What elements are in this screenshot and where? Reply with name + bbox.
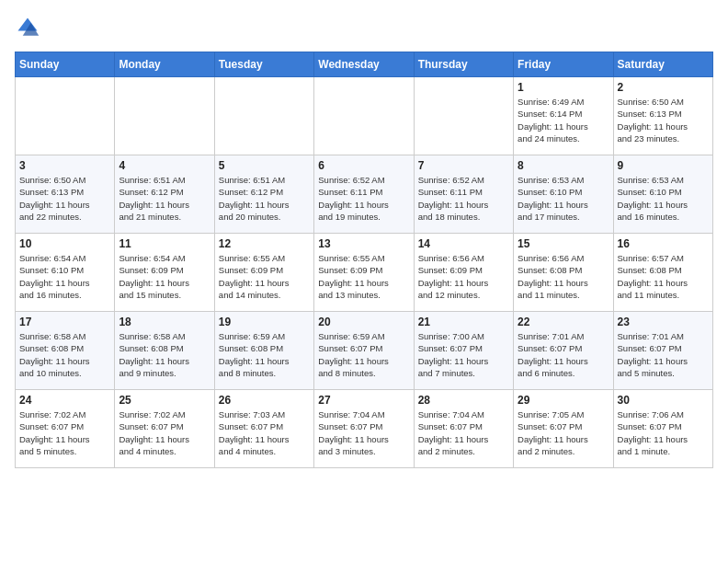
- day-info: Sunrise: 6:54 AM Sunset: 6:09 PM Dayligh…: [119, 252, 210, 301]
- day-number: 9: [618, 159, 709, 172]
- day-number: 15: [518, 237, 609, 250]
- day-number: 22: [518, 316, 609, 328]
- calendar-cell: 6Sunrise: 6:52 AM Sunset: 6:11 PM Daylig…: [314, 155, 414, 234]
- calendar-cell: 8Sunrise: 6:53 AM Sunset: 6:10 PM Daylig…: [514, 155, 613, 234]
- day-number: 5: [219, 159, 310, 172]
- header-row: SundayMondayTuesdayWednesdayThursdayFrid…: [16, 52, 713, 77]
- week-row-3: 17Sunrise: 6:58 AM Sunset: 6:08 PM Dayli…: [16, 312, 713, 390]
- calendar-cell: 10Sunrise: 6:54 AM Sunset: 6:10 PM Dayli…: [16, 234, 115, 312]
- calendar-cell: [214, 77, 313, 155]
- day-info: Sunrise: 6:52 AM Sunset: 6:11 PM Dayligh…: [418, 174, 509, 223]
- day-number: 24: [19, 394, 110, 407]
- day-number: 13: [318, 237, 409, 250]
- day-number: 28: [418, 394, 509, 407]
- header-wednesday: Wednesday: [314, 52, 414, 77]
- day-info: Sunrise: 7:05 AM Sunset: 6:07 PM Dayligh…: [518, 408, 609, 457]
- day-number: 6: [318, 159, 409, 172]
- day-number: 2: [618, 81, 709, 94]
- day-info: Sunrise: 6:52 AM Sunset: 6:11 PM Dayligh…: [318, 174, 409, 223]
- day-info: Sunrise: 6:59 AM Sunset: 6:07 PM Dayligh…: [318, 330, 409, 379]
- week-row-1: 3Sunrise: 6:50 AM Sunset: 6:13 PM Daylig…: [16, 155, 713, 234]
- calendar-cell: 22Sunrise: 7:01 AM Sunset: 6:07 PM Dayli…: [514, 312, 613, 390]
- calendar-cell: 26Sunrise: 7:03 AM Sunset: 6:07 PM Dayli…: [214, 390, 313, 468]
- day-info: Sunrise: 6:57 AM Sunset: 6:08 PM Dayligh…: [618, 252, 709, 301]
- calendar-cell: [414, 77, 513, 155]
- day-number: 21: [418, 316, 509, 328]
- day-info: Sunrise: 7:02 AM Sunset: 6:07 PM Dayligh…: [119, 408, 210, 457]
- calendar-cell: 20Sunrise: 6:59 AM Sunset: 6:07 PM Dayli…: [314, 312, 414, 390]
- day-info: Sunrise: 7:04 AM Sunset: 6:07 PM Dayligh…: [418, 408, 509, 457]
- header-friday: Friday: [514, 52, 613, 77]
- day-number: 3: [19, 159, 110, 172]
- day-number: 26: [219, 394, 310, 407]
- calendar-cell: 4Sunrise: 6:51 AM Sunset: 6:12 PM Daylig…: [115, 155, 214, 234]
- calendar-cell: 1Sunrise: 6:49 AM Sunset: 6:14 PM Daylig…: [514, 77, 613, 155]
- calendar-cell: 17Sunrise: 6:58 AM Sunset: 6:08 PM Dayli…: [16, 312, 115, 390]
- header-tuesday: Tuesday: [214, 52, 313, 77]
- header-monday: Monday: [115, 52, 214, 77]
- day-number: 10: [19, 237, 110, 250]
- day-info: Sunrise: 6:55 AM Sunset: 6:09 PM Dayligh…: [318, 252, 409, 301]
- day-number: 11: [119, 237, 210, 250]
- day-info: Sunrise: 7:02 AM Sunset: 6:07 PM Dayligh…: [19, 408, 110, 457]
- calendar-cell: 18Sunrise: 6:58 AM Sunset: 6:08 PM Dayli…: [115, 312, 214, 390]
- day-number: 19: [219, 316, 310, 328]
- day-number: 1: [518, 81, 609, 94]
- calendar-cell: 9Sunrise: 6:53 AM Sunset: 6:10 PM Daylig…: [613, 155, 712, 234]
- day-number: 30: [618, 394, 709, 407]
- calendar-cell: 28Sunrise: 7:04 AM Sunset: 6:07 PM Dayli…: [414, 390, 513, 468]
- day-number: 29: [518, 394, 609, 407]
- day-info: Sunrise: 6:50 AM Sunset: 6:13 PM Dayligh…: [618, 96, 709, 144]
- calendar-cell: 24Sunrise: 7:02 AM Sunset: 6:07 PM Dayli…: [16, 390, 115, 468]
- day-number: 14: [418, 237, 509, 250]
- calendar-cell: [115, 77, 214, 155]
- day-info: Sunrise: 6:55 AM Sunset: 6:09 PM Dayligh…: [219, 252, 310, 301]
- calendar-cell: 19Sunrise: 6:59 AM Sunset: 6:08 PM Dayli…: [214, 312, 313, 390]
- day-info: Sunrise: 7:00 AM Sunset: 6:07 PM Dayligh…: [418, 330, 509, 379]
- header-saturday: Saturday: [613, 52, 712, 77]
- calendar-cell: 3Sunrise: 6:50 AM Sunset: 6:13 PM Daylig…: [16, 155, 115, 234]
- day-number: 4: [119, 159, 210, 172]
- calendar-cell: 29Sunrise: 7:05 AM Sunset: 6:07 PM Dayli…: [514, 390, 613, 468]
- day-info: Sunrise: 6:56 AM Sunset: 6:09 PM Dayligh…: [418, 252, 509, 301]
- calendar-cell: 21Sunrise: 7:00 AM Sunset: 6:07 PM Dayli…: [414, 312, 513, 390]
- day-number: 25: [119, 394, 210, 407]
- day-info: Sunrise: 6:56 AM Sunset: 6:08 PM Dayligh…: [518, 252, 609, 301]
- day-info: Sunrise: 6:51 AM Sunset: 6:12 PM Dayligh…: [219, 174, 310, 223]
- logo: [15, 15, 44, 40]
- day-info: Sunrise: 6:49 AM Sunset: 6:14 PM Dayligh…: [518, 96, 609, 144]
- day-number: 27: [318, 394, 409, 407]
- day-info: Sunrise: 6:51 AM Sunset: 6:12 PM Dayligh…: [119, 174, 210, 223]
- day-info: Sunrise: 6:58 AM Sunset: 6:08 PM Dayligh…: [119, 330, 210, 379]
- calendar-body: 1Sunrise: 6:49 AM Sunset: 6:14 PM Daylig…: [16, 77, 713, 468]
- header-thursday: Thursday: [414, 52, 513, 77]
- day-info: Sunrise: 7:01 AM Sunset: 6:07 PM Dayligh…: [618, 330, 709, 379]
- page-header: [15, 15, 713, 40]
- day-info: Sunrise: 6:58 AM Sunset: 6:08 PM Dayligh…: [19, 330, 110, 379]
- day-info: Sunrise: 7:01 AM Sunset: 6:07 PM Dayligh…: [518, 330, 609, 379]
- day-number: 7: [418, 159, 509, 172]
- calendar-cell: 25Sunrise: 7:02 AM Sunset: 6:07 PM Dayli…: [115, 390, 214, 468]
- day-info: Sunrise: 6:50 AM Sunset: 6:13 PM Dayligh…: [19, 174, 110, 223]
- calendar-cell: 7Sunrise: 6:52 AM Sunset: 6:11 PM Daylig…: [414, 155, 513, 234]
- week-row-0: 1Sunrise: 6:49 AM Sunset: 6:14 PM Daylig…: [16, 77, 713, 155]
- calendar-header: SundayMondayTuesdayWednesdayThursdayFrid…: [16, 52, 713, 77]
- calendar-table: SundayMondayTuesdayWednesdayThursdayFrid…: [15, 52, 713, 468]
- day-number: 23: [618, 316, 709, 328]
- day-info: Sunrise: 6:53 AM Sunset: 6:10 PM Dayligh…: [618, 174, 709, 223]
- calendar-cell: 12Sunrise: 6:55 AM Sunset: 6:09 PM Dayli…: [214, 234, 313, 312]
- day-info: Sunrise: 6:59 AM Sunset: 6:08 PM Dayligh…: [219, 330, 310, 379]
- day-number: 20: [318, 316, 409, 328]
- logo-icon: [15, 15, 40, 40]
- calendar-cell: 5Sunrise: 6:51 AM Sunset: 6:12 PM Daylig…: [214, 155, 313, 234]
- calendar-cell: [314, 77, 414, 155]
- day-info: Sunrise: 7:04 AM Sunset: 6:07 PM Dayligh…: [318, 408, 409, 457]
- day-info: Sunrise: 6:54 AM Sunset: 6:10 PM Dayligh…: [19, 252, 110, 301]
- calendar-cell: 23Sunrise: 7:01 AM Sunset: 6:07 PM Dayli…: [613, 312, 712, 390]
- day-info: Sunrise: 7:06 AM Sunset: 6:07 PM Dayligh…: [618, 408, 709, 457]
- calendar-cell: 11Sunrise: 6:54 AM Sunset: 6:09 PM Dayli…: [115, 234, 214, 312]
- calendar-cell: 27Sunrise: 7:04 AM Sunset: 6:07 PM Dayli…: [314, 390, 414, 468]
- week-row-4: 24Sunrise: 7:02 AM Sunset: 6:07 PM Dayli…: [16, 390, 713, 468]
- day-info: Sunrise: 6:53 AM Sunset: 6:10 PM Dayligh…: [518, 174, 609, 223]
- calendar-cell: [16, 77, 115, 155]
